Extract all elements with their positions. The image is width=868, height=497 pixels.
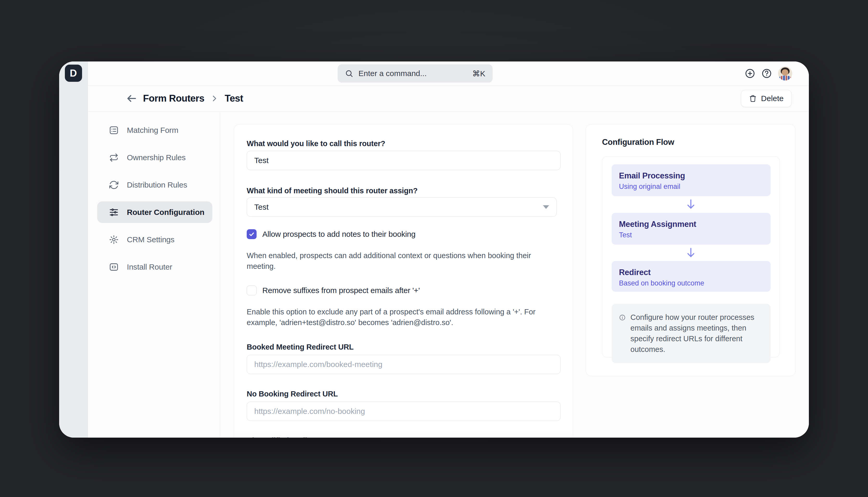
topbar-divider — [59, 85, 809, 86]
form-list-icon — [109, 125, 119, 136]
booked-url-input[interactable] — [247, 355, 560, 374]
remove-suffix-help: Enable this option to exclude any part o… — [247, 307, 554, 328]
checkbox-checked-icon[interactable] — [247, 229, 257, 239]
flow-step-title: Redirect — [619, 268, 771, 277]
search-shortcut: ⌘K — [472, 69, 485, 78]
allow-notes-label: Allow prospects to add notes to their bo… — [262, 230, 415, 239]
top-actions — [745, 61, 792, 85]
flow-diagram: Email Processing Using original email Me… — [602, 156, 780, 357]
nav-label: Distribution Rules — [127, 181, 187, 189]
router-configuration-form: What would you like to call this router?… — [234, 124, 573, 438]
breadcrumb-parent[interactable]: Form Routers — [143, 93, 204, 104]
remove-suffix-checkbox-row[interactable]: Remove suffixes from prospect emails aft… — [247, 285, 420, 295]
search-icon — [345, 69, 353, 77]
chevron-right-icon — [210, 94, 219, 103]
help-circle-icon[interactable] — [762, 68, 772, 79]
flow-step-email-processing: Email Processing Using original email — [612, 165, 771, 196]
meeting-type-select[interactable]: Test — [247, 197, 557, 217]
trash-icon — [749, 95, 757, 102]
flow-step-redirect: Redirect Based on booking outcome — [612, 261, 771, 292]
sliders-icon — [109, 207, 119, 217]
plus-circle-icon[interactable] — [745, 68, 755, 79]
router-name-label: What would you like to call this router? — [247, 139, 385, 148]
checkbox-unchecked-icon[interactable] — [247, 285, 257, 295]
nav-item-router-configuration[interactable]: Router Configuration — [97, 201, 212, 223]
top-bar: Enter a command... ⌘K — [88, 61, 809, 85]
breadcrumb-current: Test — [225, 93, 243, 104]
back-arrow-icon[interactable] — [125, 92, 138, 105]
nav-label: Router Configuration — [127, 208, 204, 217]
flow-note: Configure how your router processes emai… — [612, 304, 771, 363]
nav-item-matching-form[interactable]: Matching Form — [97, 119, 212, 141]
nav-item-crm-settings[interactable]: CRM Settings — [97, 229, 212, 250]
flow-note-text: Configure how your router processes emai… — [630, 312, 763, 355]
flow-panel-title: Configuration Flow — [602, 138, 674, 147]
gear-icon — [109, 235, 119, 245]
breadcrumb: Form Routers Test — [143, 85, 243, 112]
swap-arrows-icon — [109, 152, 119, 163]
avatar-face — [782, 69, 788, 75]
user-avatar[interactable] — [778, 67, 792, 81]
booked-url-label: Booked Meeting Redirect URL — [247, 343, 354, 351]
app-window: D 17 — [59, 61, 809, 438]
flow-step-subtitle: Based on booking outcome — [619, 279, 771, 287]
flow-step-title: Email Processing — [619, 171, 771, 181]
configuration-flow-panel: Configuration Flow Email Processing Usin… — [586, 124, 796, 376]
allow-notes-help: When enabled, prospects can add addition… — [247, 250, 554, 272]
command-search[interactable]: Enter a command... ⌘K — [338, 64, 493, 83]
flow-step-title: Meeting Assignment — [619, 219, 771, 229]
flow-step-meeting-assignment: Meeting Assignment Test — [612, 213, 771, 245]
code-brackets-icon — [109, 262, 119, 272]
nav-label: Matching Form — [127, 126, 178, 135]
avatar-shirt — [778, 75, 792, 81]
meeting-type-label: What kind of meeting should this router … — [247, 186, 417, 195]
nav-label: Install Router — [127, 262, 172, 271]
remove-suffix-label: Remove suffixes from prospect emails aft… — [262, 286, 420, 295]
meeting-type-value: Test — [254, 203, 269, 212]
breadcrumb-bar: Form Routers Test Delete — [88, 85, 809, 112]
nav-label: Ownership Rules — [127, 153, 185, 162]
disqualified-url-label: Disqualified Redirect URL — [247, 436, 338, 438]
router-name-input[interactable] — [247, 151, 560, 170]
no-booking-url-label: No Booking Redirect URL — [247, 390, 338, 398]
info-icon — [619, 314, 626, 321]
nav-item-install-router[interactable]: Install Router — [97, 256, 212, 278]
flow-step-subtitle: Test — [619, 231, 771, 239]
nav-item-ownership-rules[interactable]: Ownership Rules — [97, 147, 212, 168]
flow-step-subtitle: Using original email — [619, 183, 771, 191]
arrow-down-icon — [612, 245, 770, 261]
no-booking-url-input[interactable] — [247, 402, 560, 421]
nav-label: CRM Settings — [127, 235, 174, 244]
app-logo[interactable]: D — [65, 65, 82, 82]
arrow-down-icon — [612, 196, 770, 213]
search-placeholder: Enter a command... — [358, 69, 467, 78]
delete-label: Delete — [761, 94, 784, 103]
chevron-down-icon — [543, 205, 549, 209]
allow-notes-checkbox-row[interactable]: Allow prospects to add notes to their bo… — [247, 229, 415, 239]
refresh-icon — [109, 180, 119, 190]
delete-button[interactable]: Delete — [741, 90, 792, 107]
settings-nav: Matching Form Ownership Rules Distributi… — [88, 112, 220, 438]
content-area: Matching Form Ownership Rules Distributi… — [88, 112, 809, 438]
nav-item-distribution-rules[interactable]: Distribution Rules — [97, 174, 212, 196]
